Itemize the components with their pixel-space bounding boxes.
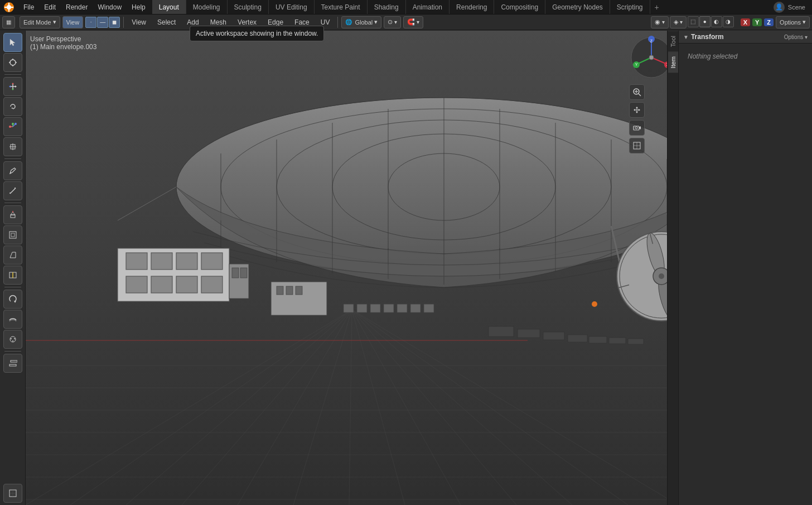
svg-rect-31 xyxy=(11,215,15,218)
top-menu-right: 👤 Scene xyxy=(774,2,812,13)
add-menu[interactable]: Add xyxy=(182,17,203,27)
vertex-menu[interactable]: Vertex xyxy=(233,17,261,27)
svg-rect-43 xyxy=(9,364,16,366)
svg-rect-103 xyxy=(201,276,223,293)
select-menu[interactable]: Select xyxy=(153,17,180,27)
add-workspace-btn[interactable]: + xyxy=(650,0,664,14)
edit-mode-selector[interactable]: Edit Mode ▾ xyxy=(20,16,60,28)
smooth-tool-btn[interactable] xyxy=(3,310,22,329)
viewport-overlay-btn[interactable]: ◉ ▾ xyxy=(651,16,669,28)
editor-type-btn[interactable]: ▦ xyxy=(2,16,15,28)
edit-menu[interactable]: Edit xyxy=(40,2,60,12)
viewport-shading-group: ◉ ▾ ◈ ▾ ⬚ ● ◐ ◑ xyxy=(651,16,734,28)
app-menu-group: File Edit Render Window Help xyxy=(0,1,150,14)
svg-rect-115 xyxy=(397,304,407,312)
vertex-mode-btn[interactable]: · xyxy=(85,17,96,28)
top-menu-bar: File Edit Render Window Help Layout Mode… xyxy=(0,0,812,15)
workspace-tab-texture-paint[interactable]: Texture Paint xyxy=(315,0,368,14)
workspace-tab-geometry-nodes[interactable]: Geometry Nodes xyxy=(545,0,610,14)
shear-tool-btn[interactable] xyxy=(3,354,22,373)
wireframe-shading-btn[interactable]: ⬚ xyxy=(688,16,699,27)
workspace-tab-rendering[interactable]: Rendering xyxy=(450,0,494,14)
spin-tool-btn[interactable] xyxy=(3,290,22,309)
view-menu[interactable]: View xyxy=(127,17,151,27)
view-toggle[interactable]: View xyxy=(62,16,84,28)
file-menu[interactable]: File xyxy=(19,2,38,12)
sep2 xyxy=(337,17,338,28)
workspace-tab-layout[interactable]: Layout xyxy=(152,0,186,14)
viewport-3d[interactable]: User Perspective (1) Main envelope.003 xyxy=(26,31,678,505)
svg-rect-111 xyxy=(344,304,354,312)
svg-rect-102 xyxy=(176,276,197,293)
workspace-tab-compositing[interactable]: Compositing xyxy=(494,0,545,14)
rotate-tool-btn[interactable] xyxy=(3,97,22,116)
edge-menu[interactable]: Edge xyxy=(263,17,288,27)
svg-rect-108 xyxy=(277,286,283,295)
transform-tool-btn[interactable] xyxy=(3,137,22,156)
tool-separator-4 xyxy=(4,287,21,287)
window-menu[interactable]: Window xyxy=(93,2,126,12)
material-shading-btn[interactable]: ◐ xyxy=(711,16,722,27)
camera-view-btn[interactable] xyxy=(629,120,645,136)
tool-tab[interactable]: Tool xyxy=(668,31,678,51)
loop-cut-tool-btn[interactable] xyxy=(3,266,22,285)
extrude-tool-btn[interactable] xyxy=(3,205,22,224)
face-menu[interactable]: Face xyxy=(290,17,314,27)
workspace-tab-animation[interactable]: Animation xyxy=(406,0,450,14)
svg-rect-3 xyxy=(8,9,9,12)
help-menu[interactable]: Help xyxy=(127,2,150,12)
proportional-editing-btn[interactable]: ⊙ ▾ xyxy=(384,16,401,28)
options-btn[interactable]: Options ▾ xyxy=(776,16,810,28)
transform-options-btn[interactable]: Options ▾ xyxy=(784,34,808,40)
svg-rect-114 xyxy=(384,304,394,312)
ortho-view-btn[interactable] xyxy=(629,138,645,153)
scene-label: Scene xyxy=(788,4,805,11)
left-toolbar xyxy=(0,31,26,505)
move-tool-btn[interactable] xyxy=(3,77,22,96)
svg-rect-112 xyxy=(357,304,367,312)
annotate-tool-btn[interactable] xyxy=(3,161,22,180)
rendered-shading-btn[interactable]: ◑ xyxy=(723,16,734,27)
cursor-tool-btn[interactable] xyxy=(3,53,22,72)
x-axis-label[interactable]: X xyxy=(741,18,750,26)
pan-view-btn[interactable] xyxy=(629,102,645,118)
solid-shading-btn[interactable]: ● xyxy=(699,16,710,27)
svg-rect-44 xyxy=(11,360,17,362)
edge-mode-btn[interactable]: — xyxy=(97,17,108,28)
transform-space-selector[interactable]: 🌐 Global ▾ xyxy=(341,16,381,28)
workspace-tab-sculpting[interactable]: Sculpting xyxy=(228,0,269,14)
svg-rect-124 xyxy=(628,339,644,344)
svg-point-21 xyxy=(9,126,11,128)
face-mode-btn[interactable]: ◼ xyxy=(109,17,120,28)
render-menu[interactable]: Render xyxy=(61,2,92,12)
measure-tool-btn[interactable] xyxy=(3,181,22,200)
bevel-tool-btn[interactable] xyxy=(3,246,22,264)
select-tool-btn[interactable] xyxy=(3,33,22,52)
svg-line-159 xyxy=(639,94,641,96)
svg-rect-118 xyxy=(489,326,514,336)
zoom-to-fit-btn[interactable] xyxy=(629,84,645,100)
view-3d-tool-btn[interactable] xyxy=(3,484,22,503)
svg-line-28 xyxy=(10,188,16,194)
workspace-tab-scripting[interactable]: Scripting xyxy=(610,0,650,14)
svg-rect-113 xyxy=(370,304,380,312)
user-icon[interactable]: 👤 xyxy=(774,2,785,13)
randomize-tool-btn[interactable] xyxy=(3,330,22,349)
mesh-menu[interactable]: Mesh xyxy=(206,17,231,27)
inset-tool-btn[interactable] xyxy=(3,225,22,244)
workspace-tab-shading[interactable]: Shading xyxy=(368,0,406,14)
item-tab[interactable]: Item xyxy=(668,51,678,73)
workspace-tab-modeling[interactable]: Modeling xyxy=(186,0,228,14)
scale-tool-btn[interactable] xyxy=(3,117,22,136)
uv-menu[interactable]: UV xyxy=(316,17,335,27)
y-axis-label[interactable]: Y xyxy=(752,18,762,26)
xray-btn[interactable]: ◈ ▾ xyxy=(670,16,687,28)
svg-marker-38 xyxy=(14,301,16,303)
svg-point-41 xyxy=(14,338,15,339)
collapse-icon[interactable]: ▼ xyxy=(683,34,689,40)
snap-btn[interactable]: 🧲 ▾ xyxy=(403,16,423,28)
workspace-tab-uv-editing[interactable]: UV Editing xyxy=(269,0,315,14)
z-axis-label[interactable]: Z xyxy=(764,18,774,26)
svg-marker-164 xyxy=(634,109,635,111)
svg-point-42 xyxy=(12,340,13,342)
